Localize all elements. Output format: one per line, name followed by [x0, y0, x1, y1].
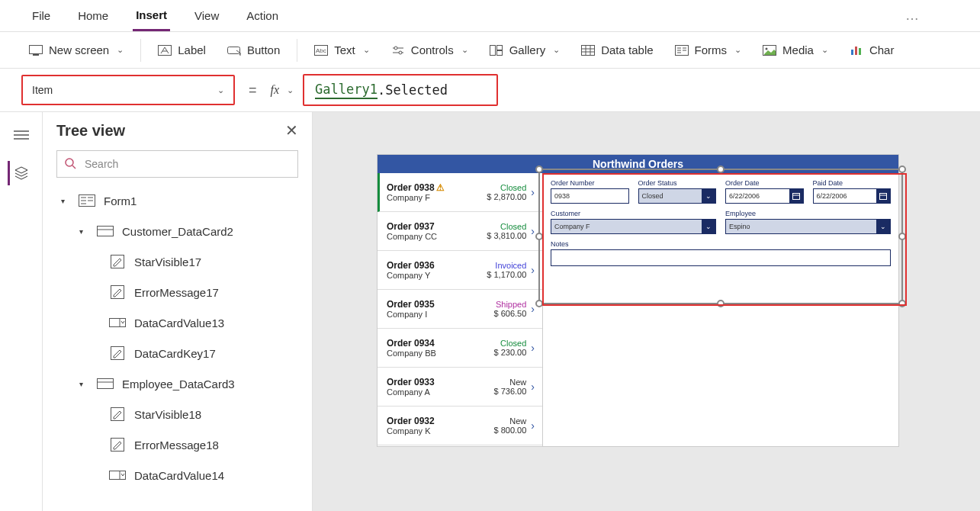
resize-handle[interactable]	[717, 300, 725, 307]
label-button[interactable]: Label	[150, 40, 214, 60]
svg-rect-27	[111, 408, 124, 421]
data-table-label: Data table	[601, 43, 653, 56]
tree-node-customer-datacard[interactable]: Customer_DataCard2	[50, 216, 304, 246]
pencil-icon	[108, 346, 127, 360]
data-table-button[interactable]: Data table	[574, 40, 660, 60]
resize-handle[interactable]	[898, 233, 906, 240]
gallery-list[interactable]: Order 0938⚠Company FClosed$ 2,870.00›Ord…	[378, 173, 543, 446]
close-icon[interactable]: ✕	[285, 121, 298, 140]
formula-input[interactable]: Gallery1.Selected	[303, 74, 498, 106]
gallery-item[interactable]: Order 0934Company BBClosed$ 230.00›	[378, 329, 542, 368]
text-label: Text	[334, 43, 355, 56]
company-name: Company BB	[387, 349, 477, 358]
chevron-down-icon: ⌄	[821, 45, 828, 55]
media-dropdown[interactable]: Media ⌄	[755, 40, 836, 60]
label-order-number: Order Number	[551, 179, 629, 187]
chart-dropdown[interactable]: Char	[842, 40, 902, 60]
gallery-item[interactable]: Order 0932Company KNew$ 800.00›	[378, 407, 542, 445]
search-icon	[65, 158, 77, 170]
tree-node-employee-datacard[interactable]: Employee_DataCard3	[50, 368, 304, 399]
tree-node-datacardvalue14[interactable]: DataCardValue14	[50, 460, 304, 490]
datepicker-paid-date[interactable]: 6/22/2006	[813, 188, 892, 204]
tree: Form1 Customer_DataCard2 StarVisible17 E…	[43, 185, 312, 511]
pencil-icon	[108, 407, 127, 421]
svg-point-6	[394, 47, 397, 50]
order-amount: $ 606.50	[477, 309, 526, 318]
svg-rect-22	[111, 286, 124, 299]
chevron-down-icon: ⌄	[734, 45, 741, 55]
overflow-menu[interactable]: …	[905, 8, 951, 24]
tree-node-datacardvalue13[interactable]: DataCardValue13	[50, 307, 304, 338]
order-status: Closed	[477, 339, 526, 348]
value-employee: Espino	[729, 223, 750, 230]
caret-icon	[79, 380, 88, 388]
menu-bar: File Home Insert View Action …	[0, 0, 980, 32]
datepicker-order-date[interactable]: 6/22/2006	[725, 188, 804, 204]
menu-file[interactable]: File	[29, 2, 53, 30]
tree-view-rail-button[interactable]	[9, 123, 34, 147]
search-input[interactable]: Search	[56, 150, 298, 178]
new-screen-label: New screen	[49, 43, 109, 56]
gallery-item[interactable]: Order 0938⚠Company FClosed$ 2,870.00›	[378, 173, 542, 212]
new-screen-button[interactable]: New screen ⌄	[21, 40, 131, 60]
gallery-item[interactable]: Order 0933Company ANew$ 736.00›	[378, 368, 542, 407]
button-label: Button	[247, 43, 280, 56]
chevron-right-icon: ›	[526, 186, 535, 198]
tree-node-starvisible18[interactable]: StarVisible18	[50, 399, 304, 429]
tree-node-errormessage18[interactable]: ErrorMessage18	[50, 429, 304, 460]
property-selector[interactable]: Item ⌄	[21, 75, 235, 105]
controls-icon	[391, 43, 405, 57]
forms-dropdown[interactable]: Forms ⌄	[667, 40, 750, 60]
label-order-status: Order Status	[638, 179, 717, 187]
order-id: Order 0938⚠	[387, 182, 477, 193]
resize-handle[interactable]	[898, 300, 906, 307]
tree-node-form1[interactable]: Form1	[50, 185, 304, 216]
order-amount: $ 2,870.00	[477, 192, 526, 201]
order-amount: $ 230.00	[477, 348, 526, 357]
value-order-status: Closed	[642, 192, 664, 200]
chevron-right-icon: ›	[526, 381, 535, 393]
value-order-number: 0938	[554, 192, 570, 200]
resize-handle[interactable]	[898, 166, 906, 173]
order-id: Order 0935	[387, 299, 477, 310]
svg-rect-17	[859, 48, 861, 55]
gallery-item[interactable]: Order 0937Company CCClosed$ 3,810.00›	[378, 212, 542, 251]
tree-label: DataCardValue14	[134, 469, 224, 482]
menu-action[interactable]: Action	[243, 2, 281, 30]
dropdown-customer[interactable]: Company F⌄	[551, 219, 716, 234]
caret-icon	[61, 197, 70, 205]
left-rail	[0, 112, 43, 511]
label-customer: Customer	[551, 210, 716, 217]
gallery-item[interactable]: Order 0936Company YInvoiced$ 1,170.00›	[378, 251, 542, 290]
order-id: Order 0936	[387, 260, 477, 271]
menu-view[interactable]: View	[191, 2, 222, 30]
tree-label: StarVisible17	[134, 256, 201, 268]
label-paid-date: Paid Date	[813, 179, 892, 187]
tree-node-errormessage17[interactable]: ErrorMessage17	[50, 277, 304, 307]
fx-button[interactable]: fx ⌄	[271, 83, 294, 97]
menu-home[interactable]: Home	[75, 2, 111, 30]
order-amount: $ 1,170.00	[477, 270, 526, 279]
button-button[interactable]: Button	[220, 40, 288, 60]
gallery-item[interactable]: Order 0935Company IShipped$ 606.50›	[378, 290, 542, 329]
text-dropdown[interactable]: Abc Text ⌄	[307, 40, 378, 60]
svg-rect-26	[98, 379, 114, 389]
dropdown-employee[interactable]: Espino⌄	[725, 219, 891, 234]
tree-node-starvisible17[interactable]: StarVisible17	[50, 246, 304, 277]
gallery-dropdown[interactable]: Gallery ⌄	[482, 40, 568, 60]
controls-dropdown[interactable]: Controls ⌄	[384, 40, 476, 60]
label-order-date: Order Date	[725, 179, 804, 187]
order-id: Order 0932	[387, 416, 477, 426]
main-area: Tree view ✕ Search Form1 Customer_DataCa…	[0, 111, 980, 511]
canvas-area[interactable]: Northwind Orders Order 0938⚠Company FClo…	[313, 112, 980, 511]
order-status: Closed	[477, 222, 526, 231]
svg-rect-31	[792, 194, 799, 200]
input-notes[interactable]	[551, 249, 891, 266]
dropdown-order-status[interactable]: Closed⌄	[638, 188, 717, 204]
tree-node-datacardkey17[interactable]: DataCardKey17	[50, 338, 304, 368]
chart-icon	[850, 43, 863, 57]
layers-rail-button[interactable]	[8, 161, 32, 185]
forms-label: Forms	[695, 43, 728, 56]
menu-insert[interactable]: Insert	[133, 1, 170, 31]
input-order-number[interactable]: 0938	[551, 188, 629, 204]
